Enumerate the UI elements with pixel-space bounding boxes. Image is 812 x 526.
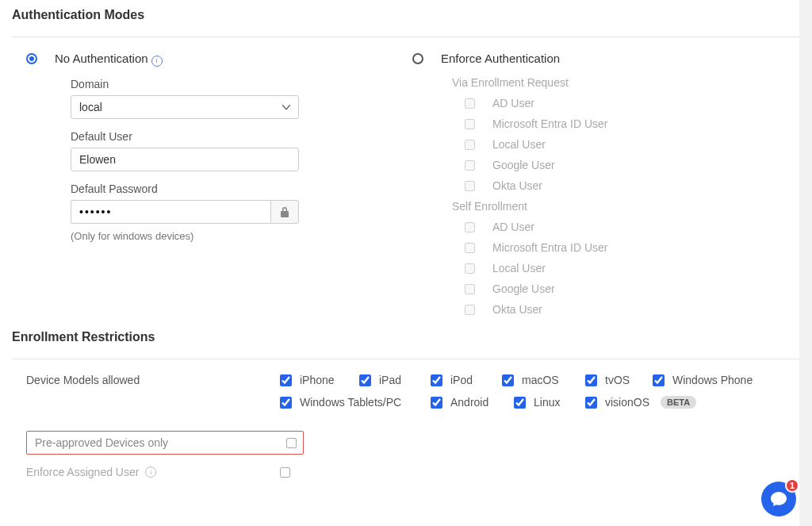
self-enrollment-header: Self Enrollment [452,200,800,213]
info-icon[interactable]: i [151,56,163,67]
lock-icon[interactable] [270,200,299,224]
visionos-label: visionOS [605,396,649,409]
pre-approved-checkbox[interactable] [286,438,297,448]
via-ad-user-label: AD User [492,97,534,109]
ipad-checkbox[interactable] [359,374,371,386]
enforce-assigned-checkbox[interactable] [280,467,290,478]
chat-badge: 1 [785,478,799,493]
visionos-checkbox[interactable] [585,397,597,409]
self-ad-user-checkbox[interactable] [465,222,475,232]
no-auth-label: No Authenticationi [55,52,163,67]
enforce-auth-radio[interactable] [412,53,423,64]
windows-phone-checkbox[interactable] [653,374,665,386]
chat-icon [770,491,787,507]
enforce-auth-label: Enforce Authentication [441,52,560,65]
self-local-user-checkbox[interactable] [465,263,475,274]
auth-modes-title: Authentication Modes [12,8,800,29]
default-user-label: Default User [71,130,406,143]
linux-checkbox[interactable] [514,397,526,409]
default-password-label: Default Password [71,182,406,195]
ipod-label: iPod [450,374,473,386]
windows-tablets-label: Windows Tablets/PC [300,396,401,409]
windows-phone-label: Windows Phone [672,374,753,386]
linux-label: Linux [534,396,560,409]
ipod-checkbox[interactable] [431,374,442,386]
self-okta-user-label: Okta User [492,303,542,316]
restrictions-divider [12,359,800,359]
chat-button[interactable]: 1 [761,482,796,516]
android-checkbox[interactable] [431,397,442,409]
via-entra-user-checkbox[interactable] [465,119,475,129]
via-google-user-checkbox[interactable] [465,160,475,171]
password-helper-text: (Only for windows devices) [71,230,406,242]
self-entra-user-checkbox[interactable] [465,243,475,253]
no-auth-radio[interactable] [26,53,37,64]
via-okta-user-checkbox[interactable] [465,181,475,191]
via-okta-user-label: Okta User [492,179,542,192]
info-icon[interactable]: i [145,466,156,478]
beta-badge: BETA [661,396,696,409]
via-ad-user-checkbox[interactable] [465,98,475,109]
via-local-user-checkbox[interactable] [465,140,475,150]
pre-approved-box: Pre-approved Devices only [26,431,304,455]
default-user-input[interactable] [71,148,299,171]
android-label: Android [450,396,488,409]
iphone-checkbox[interactable] [280,374,292,386]
default-password-input[interactable] [71,200,270,224]
self-ad-user-label: AD User [492,221,534,233]
tvos-checkbox[interactable] [585,374,597,386]
enforce-assigned-label: Enforce Assigned User [26,466,139,478]
macos-checkbox[interactable] [502,374,514,386]
self-google-user-checkbox[interactable] [465,284,475,294]
auth-modes-divider [12,36,800,37]
domain-select[interactable]: local [71,95,299,119]
pre-approved-label: Pre-approved Devices only [35,436,168,449]
page-right-shadow [799,0,812,526]
via-local-user-label: Local User [492,138,546,151]
self-google-user-label: Google User [492,282,555,295]
restrictions-title: Enrollment Restrictions [12,330,800,351]
domain-label: Domain [71,78,406,90]
via-enrollment-header: Via Enrollment Request [452,76,800,89]
macos-label: macOS [522,374,559,386]
via-google-user-label: Google User [492,159,555,171]
iphone-label: iPhone [300,374,335,386]
tvos-label: tvOS [605,374,630,386]
self-okta-user-checkbox[interactable] [465,305,475,315]
self-local-user-label: Local User [492,262,546,275]
ipad-label: iPad [379,374,401,386]
via-entra-user-label: Microsoft Entra ID User [492,117,607,130]
device-models-label: Device Models allowed [26,374,280,386]
self-entra-user-label: Microsoft Entra ID User [492,241,607,254]
device-models-grid: iPhone iPad iPod macOS tvOS Windows Phon… [280,374,800,418]
windows-tablets-checkbox[interactable] [280,397,292,409]
